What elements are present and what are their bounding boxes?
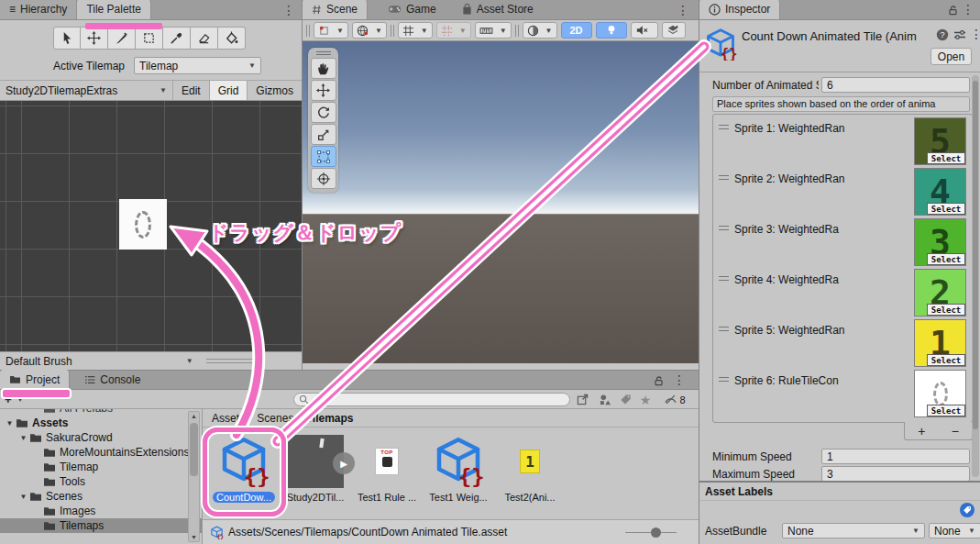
- add-sprite-button[interactable]: +: [905, 422, 939, 439]
- brush-tool-button[interactable]: [108, 27, 136, 50]
- asset-item-test2-ani-[interactable]: 1Test2(Ani...: [494, 429, 566, 519]
- project-menu-icon[interactable]: ⋮: [673, 372, 686, 388]
- tab-asset-store[interactable]: Asset Store: [453, 0, 543, 19]
- active-tilemap-dropdown[interactable]: Tilemap ▼: [134, 57, 261, 74]
- sprite-thumbnail[interactable]: 2Select: [914, 269, 966, 316]
- mode-2d-toggle[interactable]: 2D: [561, 22, 592, 39]
- tree-item-sakuracrowd[interactable]: ▼SakuraCrowd: [0, 430, 202, 445]
- inspector-scrollbar[interactable]: [972, 75, 979, 477]
- select-sprite-button[interactable]: Select: [927, 253, 965, 265]
- open-in-new-window-icon[interactable]: [573, 392, 591, 407]
- tree-item-scenes[interactable]: ▼Scenes: [0, 489, 202, 504]
- select-sprite-button[interactable]: Select: [927, 354, 965, 366]
- eraser-tool-button[interactable]: [191, 27, 218, 50]
- sprite-thumbnail[interactable]: Select: [914, 370, 966, 417]
- drag-handle-icon[interactable]: [719, 377, 729, 382]
- marquee-tool-button[interactable]: [136, 27, 163, 50]
- asset-item-countdow-[interactable]: {}CountDow...: [208, 429, 280, 519]
- remove-sprite-button[interactable]: −: [939, 422, 973, 439]
- number-of-sprites-field[interactable]: 6: [821, 77, 970, 93]
- expand-play-icon[interactable]: ▶: [333, 452, 355, 474]
- select-sprite-button[interactable]: Select: [927, 203, 965, 215]
- handle-rotation-button[interactable]: ▼: [352, 22, 387, 39]
- move-tool-button[interactable]: [81, 27, 108, 50]
- slider-knob[interactable]: [651, 527, 661, 538]
- chevron-expanded-icon[interactable]: ▼: [17, 434, 29, 442]
- add-asset-button[interactable]: + ▼: [5, 393, 24, 406]
- asset-item-study2dtil-[interactable]: ▶Study2DTil...: [280, 429, 351, 519]
- scroll-up-icon[interactable]: ▲: [189, 413, 199, 419]
- project-search-box[interactable]: [293, 393, 570, 406]
- search-by-type-icon[interactable]: [596, 392, 614, 407]
- scale-tool-button[interactable]: [311, 124, 336, 145]
- asset-labels-header[interactable]: Asset Labels: [699, 481, 980, 501]
- select-sprite-button[interactable]: Select: [927, 405, 965, 416]
- palette-asset-dropdown[interactable]: Study2DTilemapExtras ▼: [0, 81, 173, 100]
- chevron-expanded-icon[interactable]: ▼: [17, 493, 29, 501]
- inspector-menu-icon[interactable]: ⋮: [962, 1, 974, 17]
- lighting-toggle[interactable]: [596, 22, 627, 39]
- drag-handle-icon[interactable]: [719, 175, 729, 180]
- sprite-thumbnail[interactable]: 3Select: [914, 218, 966, 266]
- tab-hierarchy[interactable]: ≡ Hierarchy: [0, 0, 77, 19]
- tab-console[interactable]: Console: [75, 370, 149, 389]
- sprite-thumbnail[interactable]: 5Select: [914, 117, 966, 165]
- search-by-label-icon[interactable]: [616, 392, 634, 407]
- gizmos-button[interactable]: Gizmos: [248, 81, 302, 100]
- open-button[interactable]: Open: [930, 48, 972, 65]
- transform-tool-button[interactable]: [311, 168, 336, 189]
- rotate-tool-button[interactable]: [311, 102, 336, 123]
- tab-game[interactable]: Game: [379, 0, 446, 19]
- snap-increment-button[interactable]: ▼: [475, 22, 512, 39]
- chevron-expanded-icon[interactable]: ▼: [4, 419, 16, 427]
- maximum-speed-field[interactable]: 3: [821, 466, 970, 482]
- scrollbar-thumb[interactable]: [973, 81, 978, 429]
- edit-button[interactable]: Edit: [173, 81, 210, 100]
- hand-tool-button[interactable]: [311, 58, 336, 79]
- sprite-thumbnail[interactable]: 4Select: [914, 168, 966, 216]
- asset-item-test1-weig-[interactable]: {}Test1 Weig...: [423, 429, 494, 519]
- component-menu-icon[interactable]: ⋮: [970, 27, 980, 41]
- breadcrumb-tilemaps[interactable]: Tilemaps: [306, 412, 354, 425]
- thumbnail-zoom-slider[interactable]: [625, 532, 677, 533]
- tree-item-tilemap[interactable]: Tilemap: [0, 460, 202, 474]
- grid-snapping-button[interactable]: ▼: [436, 22, 471, 39]
- select-tool-button[interactable]: [53, 27, 81, 50]
- tab-project[interactable]: Project: [0, 370, 70, 389]
- tree-item-assets[interactable]: ▼Assets: [0, 416, 202, 430]
- label-tag-icon[interactable]: [960, 503, 974, 517]
- tool-settings-button[interactable]: ▼: [314, 22, 348, 39]
- tree-item-tilemaps[interactable]: Tilemaps: [0, 518, 202, 533]
- move-tool-button[interactable]: [311, 80, 336, 101]
- tab-scene[interactable]: Scene: [303, 0, 368, 19]
- tile-zero-cell[interactable]: [119, 199, 167, 250]
- breadcrumb-assets[interactable]: Assets: [212, 412, 245, 425]
- tree-scrollbar[interactable]: ▲ ▼: [188, 411, 200, 542]
- lock-icon[interactable]: [948, 5, 958, 17]
- tile-palette-grid[interactable]: [0, 101, 302, 351]
- assetbundle-dropdown[interactable]: None ▼: [782, 523, 925, 538]
- help-icon[interactable]: ?: [936, 28, 949, 41]
- assetbundle-variant-dropdown[interactable]: None ▼: [929, 523, 980, 538]
- scroll-down-icon[interactable]: ▼: [189, 534, 199, 540]
- tab-tile-palette[interactable]: Tile Palette: [77, 0, 151, 19]
- effects-toggle[interactable]: [662, 22, 686, 39]
- eyedropper-tool-button[interactable]: [163, 27, 191, 50]
- drag-handle-icon[interactable]: [719, 276, 729, 281]
- tab-inspector[interactable]: Inspector: [699, 0, 780, 19]
- overlay-drag-handle[interactable]: [316, 51, 331, 55]
- scrollbar-thumb[interactable]: [190, 423, 198, 476]
- toolbar-handle[interactable]: [515, 25, 519, 37]
- brush-dropdown[interactable]: Default Brush: [6, 355, 72, 368]
- rect-tool-button[interactable]: [311, 146, 336, 167]
- audio-mute-toggle[interactable]: [631, 22, 658, 39]
- asset-item-test1-rule-[interactable]: TOPTest1 Rule ...: [351, 429, 423, 519]
- drag-handle-icon[interactable]: [719, 327, 729, 331]
- drag-handle-icon[interactable]: [719, 125, 729, 129]
- toolbar-handle[interactable]: [306, 25, 310, 37]
- lock-icon[interactable]: [654, 375, 664, 387]
- breadcrumb-scenes[interactable]: Scenes: [257, 412, 293, 425]
- hidden-packages-toggle[interactable]: 8: [656, 392, 693, 407]
- grid-toggle-button[interactable]: Grid: [210, 81, 248, 100]
- shading-mode-button[interactable]: ▼: [523, 22, 557, 39]
